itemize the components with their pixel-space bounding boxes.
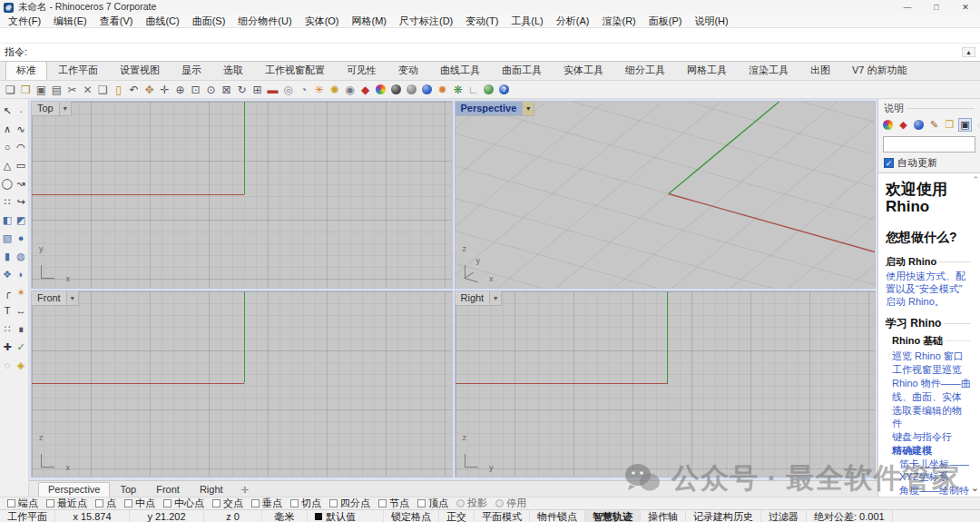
ellipse-icon[interactable]: ◯ (1, 174, 15, 192)
menu-item-1[interactable]: 文件(F) (2, 15, 47, 27)
status-cell-1[interactable]: 工作平面 (0, 510, 55, 522)
status-cell-5[interactable]: 毫米 (262, 510, 308, 522)
undo-view-icon[interactable]: ◔ (296, 82, 311, 98)
toolbar-tab-4[interactable]: 显示 (171, 61, 212, 80)
render-icon[interactable]: ◆ (358, 82, 373, 98)
viewport-tab-perspective[interactable]: Perspective (38, 482, 110, 497)
osnap-5[interactable]: 中心点 (163, 497, 204, 510)
help-link[interactable]: 巡览 Rhino 窗口 (892, 350, 971, 362)
checkbox-icon[interactable] (46, 499, 54, 507)
viewport-right[interactable]: Right ▼ z y (455, 291, 877, 478)
more-icon[interactable]: ◌ (974, 118, 980, 132)
osnap-4[interactable]: 中点 (124, 497, 155, 510)
zoom-extents-icon[interactable]: ⊠ (219, 82, 234, 98)
surface-3pt-icon[interactable]: ◧ (1, 211, 15, 229)
menu-item-12[interactable]: 分析(A) (550, 15, 596, 27)
checkbox-icon[interactable] (417, 499, 426, 507)
viewport-front[interactable]: Front ▼ z x (31, 291, 453, 478)
menu-item-10[interactable]: 变动(T) (459, 15, 505, 27)
render-preview-icon[interactable] (388, 82, 404, 98)
dimension-icon[interactable]: ↔ (15, 301, 28, 320)
viewport-front-label[interactable]: Front ▼ (32, 291, 79, 306)
help-link[interactable]: Rhino 物件——曲线、曲面、实体 (892, 377, 971, 402)
menu-item-7[interactable]: 实体(O) (299, 15, 346, 27)
undo-icon[interactable]: ↶ (126, 82, 142, 98)
status-cell-9[interactable]: 平面模式 (475, 510, 530, 522)
gear-options-icon[interactable]: ❋ (450, 82, 466, 98)
library-icon[interactable]: ❒ (943, 118, 956, 132)
help-link[interactable]: 笛卡儿坐标——XYZ坐标系 (899, 458, 971, 483)
checkbox-icon[interactable] (251, 499, 260, 507)
command-line[interactable]: 指令: ▲ (0, 44, 980, 61)
toolbar-tab-10[interactable]: 曲面工具 (491, 61, 553, 80)
single-point-icon[interactable]: ∙ (15, 102, 28, 120)
scroll-up-icon[interactable]: ⌃ (972, 176, 979, 184)
color-wheel-icon[interactable] (373, 82, 388, 98)
osnap-10[interactable]: 节点 (378, 497, 409, 510)
viewport-tab-front[interactable]: Front (146, 482, 190, 497)
status-cell-2[interactable]: x 15.874 (55, 510, 130, 522)
pipe-icon[interactable]: ◍ (15, 247, 28, 265)
help-link[interactable]: 选取要编辑的物件 (892, 404, 971, 429)
menu-item-4[interactable]: 曲线(C) (139, 15, 185, 27)
boolean-difference-icon[interactable]: ◗ (15, 265, 28, 283)
status-cell-11[interactable]: 智慧轨迹 (585, 510, 641, 522)
delete-icon[interactable]: ✕ (80, 82, 95, 98)
print-icon[interactable]: ▤ (49, 82, 64, 98)
curve-from-object-icon[interactable]: ↪ (15, 192, 28, 211)
osnap-3[interactable]: 点 (95, 497, 116, 510)
rotate-view-icon[interactable]: ↻ (234, 82, 250, 98)
viewport-menu-arrow-icon[interactable]: ▼ (67, 291, 79, 306)
viewport-layout-icon[interactable]: ⊞ (250, 82, 265, 98)
viewport-tab-top[interactable]: Top (110, 482, 146, 497)
point-grid-icon[interactable]: ∷ (1, 192, 15, 211)
menu-item-3[interactable]: 查看(V) (93, 15, 140, 27)
control-point-curve-icon[interactable]: ∿ (15, 120, 28, 138)
help-icon[interactable]: ? (496, 82, 512, 98)
set-view-icon[interactable]: ▬ (265, 82, 280, 98)
light-icon[interactable]: ✺ (327, 82, 342, 98)
osnap-13[interactable]: 停用 (495, 497, 526, 510)
menu-item-2[interactable]: 编辑(E) (47, 15, 93, 27)
checkbox-icon[interactable] (95, 499, 103, 507)
auto-update-option[interactable]: ✓ 自动更新 (878, 154, 980, 172)
sun-settings-icon[interactable]: ✹ (435, 82, 450, 98)
toolbar-tab-14[interactable]: 渲染工具 (738, 61, 799, 80)
viewport-perspective-label[interactable]: Perspective ▼ (456, 102, 535, 116)
circle-icon[interactable]: ○ (1, 138, 15, 156)
menu-item-6[interactable]: 细分物件(U) (231, 15, 298, 27)
raytraced-viewport-icon[interactable] (419, 82, 435, 98)
toolbar-tab-6[interactable]: 工作视窗配置 (254, 61, 336, 80)
status-cell-7[interactable]: 锁定格点 (384, 510, 439, 522)
sphere-icon[interactable]: ● (15, 229, 28, 247)
help-link[interactable]: 角度——绘制特定的角度 (899, 484, 971, 497)
viewport-menu-arrow-icon[interactable]: ▼ (523, 102, 534, 116)
new-file-icon[interactable]: ❏ (3, 82, 18, 98)
checkbox-icon[interactable] (212, 499, 220, 507)
zoom-icon[interactable]: ⊕ (172, 82, 188, 98)
toolbar-tab-1[interactable]: 标准 (5, 61, 47, 80)
checkbox-icon[interactable] (456, 499, 465, 507)
viewport-top[interactable]: Top ▼ y x (31, 101, 453, 289)
hide-object-icon[interactable]: ◌ (1, 356, 15, 374)
cylinder-icon[interactable]: ▮ (1, 247, 15, 265)
refresh-shade-icon[interactable]: ✳ (311, 82, 327, 98)
toolbar-tab-2[interactable]: 工作平面 (47, 61, 109, 80)
zoom-dynamic-icon[interactable]: ⊙ (203, 82, 219, 98)
shaded-viewport-icon[interactable] (404, 82, 419, 98)
toolbar-tab-9[interactable]: 曲线工具 (429, 61, 491, 80)
explode-icon[interactable]: ✶ (15, 283, 28, 301)
status-cell-6[interactable]: 默认值 (308, 510, 384, 522)
rectangle-icon[interactable]: ▭ (15, 156, 28, 174)
render-settings-icon[interactable]: ◆ (897, 118, 910, 132)
status-cell-12[interactable]: 操作轴 (641, 510, 686, 522)
osnap-9[interactable]: 四分点 (329, 497, 370, 510)
pan-hand-icon[interactable]: ✥ (142, 82, 157, 98)
menu-item-8[interactable]: 网格(M) (346, 15, 394, 27)
status-cell-14[interactable]: 过滤器 (761, 510, 807, 522)
checkbox-icon[interactable] (378, 499, 387, 507)
text-object-icon[interactable]: T (1, 301, 15, 320)
array-icon[interactable]: ∷ (1, 320, 15, 338)
check-selection-icon[interactable]: ✓ (15, 338, 28, 356)
menu-item-5[interactable]: 曲面(S) (186, 15, 232, 27)
